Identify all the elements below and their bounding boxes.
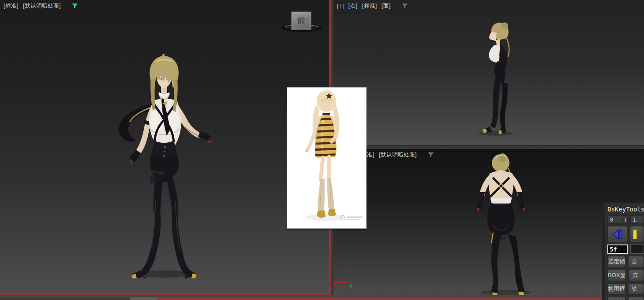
viewport-right-label: [+] [右] [标准] [面] <box>337 2 408 10</box>
viewport-persp-label: 准] [默认明暗处理] <box>367 151 434 159</box>
filter-icon[interactable] <box>427 152 434 158</box>
track-bar-range[interactable] <box>158 297 602 300</box>
prev-key-button[interactable] <box>607 226 627 242</box>
frame-spinner-2-value: 1 <box>633 217 636 223</box>
spinner-arrows[interactable]: ▲ ▼ <box>623 218 626 222</box>
axis-z-label: z <box>346 263 349 269</box>
viewport-preset-menu[interactable]: [标准] <box>362 2 377 10</box>
viewport-shading-menu[interactable]: [默认明暗处理] <box>379 151 417 159</box>
prev-key-icon <box>611 229 624 240</box>
viewport-perspective[interactable]: 准] [默认明暗处理] <box>333 149 644 296</box>
spinner-down-icon[interactable]: ▼ <box>625 220 626 222</box>
reference-image <box>287 88 366 226</box>
trajectory-button-partial[interactable]: 轨 <box>628 283 644 295</box>
bskeytools-title[interactable]: BsKeyTools_ <box>607 206 644 213</box>
key-icon-partial <box>633 230 637 239</box>
composition-frame-button[interactable]: 构图框 <box>607 283 625 295</box>
bskeytools-panel[interactable]: BsKeyTools_ 0 ▲ ▼ 1 <box>602 203 644 300</box>
filter-icon[interactable] <box>71 3 78 9</box>
overwrite-button-partial[interactable]: 覆 <box>628 297 644 300</box>
time-slider-handle[interactable] <box>130 297 157 300</box>
max-application-window: [标准] [默认明暗处理] <box>0 0 644 300</box>
reference-image-window[interactable] <box>287 87 367 229</box>
viewport-splitter-horizontal[interactable] <box>333 145 644 149</box>
viewport-front[interactable]: [标准] [默认明暗处理] <box>0 0 331 295</box>
viewport-view-menu[interactable]: [右] <box>348 2 358 10</box>
box-display-button[interactable]: BOX显 <box>607 270 626 281</box>
filter-icon[interactable] <box>401 3 408 9</box>
skip-frame-play-button-partial[interactable]: 跳帧播 <box>607 297 625 300</box>
viewcube-face-label: 前 <box>297 15 306 26</box>
viewport-preset-menu-partial[interactable]: 准] <box>367 151 374 159</box>
viewcube[interactable]: 前 <box>291 11 311 30</box>
character-model-side[interactable] <box>473 20 526 139</box>
viewport-shading-menu[interactable]: [默认明暗处理] <box>23 2 61 10</box>
character-model-front[interactable] <box>114 54 220 278</box>
track-bar-left[interactable] <box>0 297 130 300</box>
viewport-shading-menu[interactable]: [面] <box>382 2 391 10</box>
frame-spinner-value: 0 <box>610 217 613 223</box>
track-bar <box>0 295 644 300</box>
next-key-button-partial[interactable] <box>630 226 644 242</box>
field-partial[interactable] <box>630 244 644 254</box>
character-model-back[interactable] <box>459 151 538 296</box>
viewport-maximize-button[interactable]: [+] <box>337 3 344 9</box>
freeze-button-partial[interactable]: 冻 <box>629 270 644 281</box>
viewport-front-label: [标准] [默认明暗处理] <box>4 2 78 10</box>
axis-x-label: x <box>333 280 335 286</box>
frame-step-value: 5f <box>610 246 617 253</box>
axis-gizmo: z x y <box>333 263 359 288</box>
viewport-preset-menu[interactable]: [标准] <box>4 2 19 10</box>
select-frame-button[interactable]: 选定帧 <box>607 256 625 267</box>
viewport-right[interactable]: [+] [右] [标准] [面] <box>333 0 644 145</box>
frame-spinner-2-partial[interactable]: 1 <box>630 215 644 224</box>
frame-spinner[interactable]: 0 ▲ ▼ <box>607 215 628 224</box>
frame-step-field[interactable]: 5f <box>607 244 628 254</box>
axis-y-label: y <box>349 282 353 288</box>
first-frame-button-partial[interactable]: 首 <box>628 256 644 267</box>
